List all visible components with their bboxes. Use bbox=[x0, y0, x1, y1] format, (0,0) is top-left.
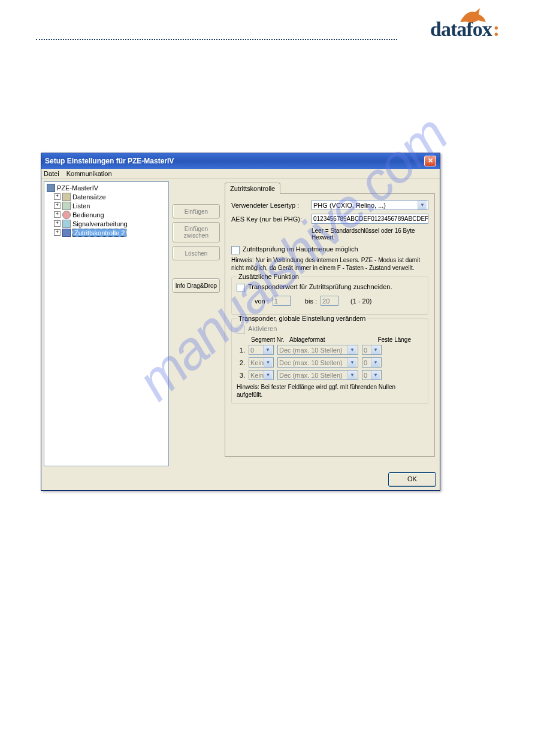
chevron-down-icon: ▼ bbox=[264, 371, 272, 379]
segment-combo: Kein▼ bbox=[249, 370, 274, 380]
ok-button[interactable]: OK bbox=[388, 472, 436, 487]
grid-icon bbox=[62, 193, 71, 201]
bis-label: bis : bbox=[305, 297, 317, 305]
von-input: 1 bbox=[273, 296, 291, 306]
row-num: 3. bbox=[237, 372, 245, 379]
von-label: von : bbox=[255, 297, 269, 305]
combo-value: Kein bbox=[250, 372, 264, 379]
btn-line2: zwischen bbox=[184, 232, 208, 239]
chevron-down-icon: ▼ bbox=[347, 358, 356, 367]
expand-icon[interactable]: + bbox=[54, 193, 61, 200]
combo-value: Kein bbox=[250, 359, 264, 366]
chevron-down-icon: ▼ bbox=[371, 345, 380, 354]
chevron-down-icon: ▼ bbox=[418, 201, 427, 210]
bis-input: 20 bbox=[321, 296, 338, 306]
segment-row-1: 1. 0▼ Dec (max. 10 Stellen)▼ 0▼ bbox=[237, 345, 423, 355]
bedienung-icon bbox=[62, 211, 71, 219]
activate-checkbox bbox=[237, 326, 245, 334]
reader-type-label: Verwendeter Lesertyp : bbox=[231, 202, 308, 209]
signal-icon bbox=[62, 220, 71, 228]
von-value: 1 bbox=[274, 297, 278, 305]
main-menu-cb-label: Zutrittsprüfung im Hauptmenue möglich bbox=[243, 245, 358, 253]
segment-row-2: 2. Kein▼ Dec (max. 10 Stellen)▼ 0▼ bbox=[237, 357, 423, 368]
combo-value: PHG (VCXIO, Relino, ...) bbox=[313, 202, 386, 209]
activate-label: Aktivieren bbox=[248, 325, 277, 332]
hint-text: Hinweis: Nur in Verbindung des internen … bbox=[231, 257, 428, 272]
loeschen-button: Löschen bbox=[173, 246, 220, 260]
group-title: Zusätzliche Funktion bbox=[237, 273, 301, 280]
tree-root-label: PZE-MasterIV bbox=[57, 184, 98, 192]
einfuegen-zwischen-button: Einfügen zwischen bbox=[173, 222, 220, 242]
group-title: Transponder, globale Einstellung verände… bbox=[237, 315, 367, 322]
aes-key-label: AES Key (nur bei PHG): bbox=[231, 215, 308, 223]
tree-label: Signalverarbeitung bbox=[72, 220, 128, 227]
chevron-down-icon: ▼ bbox=[371, 371, 380, 379]
row-num: 2. bbox=[237, 359, 245, 366]
format-combo: Dec (max. 10 Stellen)▼ bbox=[277, 370, 358, 380]
settings-panel: Zutrittskontrolle Verwendeter Lesertyp :… bbox=[222, 180, 439, 467]
hint-body: Nur in Verbindung des internen Lesers. P… bbox=[231, 257, 420, 271]
aes-key-input[interactable]: 0123456789ABCDEF0123456789ABCDEF bbox=[312, 214, 428, 224]
list-icon bbox=[62, 202, 71, 210]
chevron-down-icon: ▼ bbox=[264, 358, 272, 367]
bis-value: 20 bbox=[322, 297, 330, 305]
chevron-down-icon: ▼ bbox=[263, 345, 272, 354]
tree-item-signal[interactable]: + Signalverarbeitung bbox=[46, 219, 167, 228]
tree-item-bedienung[interactable]: + Bedienung bbox=[46, 210, 167, 219]
info-dragdrop-button[interactable]: Info Drag&Drop bbox=[173, 278, 220, 293]
body-area: PZE-MasterIV + Datensätze + Listen + Bed… bbox=[41, 179, 440, 469]
tab-body: Verwendeter Lesertyp : PHG (VCXIO, Relin… bbox=[225, 193, 435, 457]
tree-panel[interactable]: PZE-MasterIV + Datensätze + Listen + Bed… bbox=[44, 181, 169, 466]
segment-combo: 0▼ bbox=[249, 345, 274, 355]
tab-row: Zutrittskontrolle bbox=[225, 183, 435, 194]
menu-kommunikation[interactable]: Kommunikation bbox=[67, 170, 112, 177]
menu-datei[interactable]: Datei bbox=[44, 170, 59, 177]
trim-transponder-checkbox[interactable] bbox=[237, 284, 245, 292]
main-menu-checkbox[interactable] bbox=[231, 246, 240, 254]
expand-icon[interactable]: + bbox=[54, 229, 61, 236]
footer: OK bbox=[41, 469, 440, 490]
combo-value: Dec (max. 10 Stellen) bbox=[279, 359, 343, 366]
expand-icon[interactable]: + bbox=[54, 211, 61, 218]
window-title: Setup Einstellungen für PZE-MasterIV bbox=[45, 157, 174, 165]
length-combo: 0▼ bbox=[362, 345, 382, 355]
dotted-rule bbox=[36, 39, 397, 40]
page-header: datafox: bbox=[36, 18, 499, 54]
hint-prefix: Hinweis: bbox=[231, 257, 254, 263]
btn-line1: Einfügen bbox=[185, 226, 208, 232]
range-label: (1 - 20) bbox=[350, 297, 371, 305]
length-combo: 0▼ bbox=[362, 357, 382, 368]
chevron-down-icon: ▼ bbox=[371, 358, 380, 367]
tree-label: Zutrittskontrolle 2 bbox=[72, 229, 126, 237]
segment-combo: Kein▼ bbox=[249, 357, 274, 368]
group2-hint: Hinweis: Bei fester Feldlänge wird ggf. … bbox=[237, 384, 423, 399]
text-value: 0123456789ABCDEF0123456789ABCDEF bbox=[313, 215, 428, 222]
hdr-format: Ablageformat bbox=[289, 336, 370, 343]
expand-icon[interactable]: + bbox=[54, 220, 61, 227]
format-combo: Dec (max. 10 Stellen)▼ bbox=[277, 357, 358, 368]
close-button[interactable]: ✕ bbox=[424, 156, 436, 166]
chevron-down-icon: ▼ bbox=[347, 345, 356, 354]
trim-cb-label: Transponderwert für Zutrittsprüfung zusc… bbox=[248, 283, 392, 290]
combo-value: 0 bbox=[364, 347, 367, 354]
access-icon bbox=[62, 229, 71, 237]
einfuegen-button: Einfügen bbox=[173, 204, 220, 218]
settings-window: Setup Einstellungen für PZE-MasterIV ✕ D… bbox=[41, 153, 440, 491]
expand-icon[interactable]: + bbox=[54, 202, 61, 209]
tree-item-listen[interactable]: + Listen bbox=[46, 201, 167, 210]
combo-value: Dec (max. 10 Stellen) bbox=[279, 372, 343, 379]
chevron-down-icon: ▼ bbox=[347, 371, 356, 379]
tree-item-datensaetze[interactable]: + Datensätze bbox=[46, 192, 167, 201]
tree-item-zutrittskontrolle[interactable]: + Zutrittskontrolle 2 bbox=[46, 228, 167, 237]
menubar: Datei Kommunikation bbox=[41, 169, 440, 179]
tree-label: Listen bbox=[72, 202, 90, 210]
combo-value: 0 bbox=[364, 359, 367, 366]
hdr-segment: Segment Nr. bbox=[251, 336, 285, 343]
tab-zutrittskontrolle[interactable]: Zutrittskontrolle bbox=[225, 183, 280, 194]
datafox-logo: datafox: bbox=[430, 18, 499, 41]
aes-help-text: Leer = Standardschlüssel oder 16 Byte He… bbox=[312, 227, 428, 241]
segment-row-3: 3. Kein▼ Dec (max. 10 Stellen)▼ 0▼ bbox=[237, 370, 423, 380]
tree-root[interactable]: PZE-MasterIV bbox=[46, 183, 167, 192]
reader-type-combo[interactable]: PHG (VCXIO, Relino, ...) ▼ bbox=[312, 200, 428, 210]
titlebar[interactable]: Setup Einstellungen für PZE-MasterIV ✕ bbox=[41, 153, 440, 169]
